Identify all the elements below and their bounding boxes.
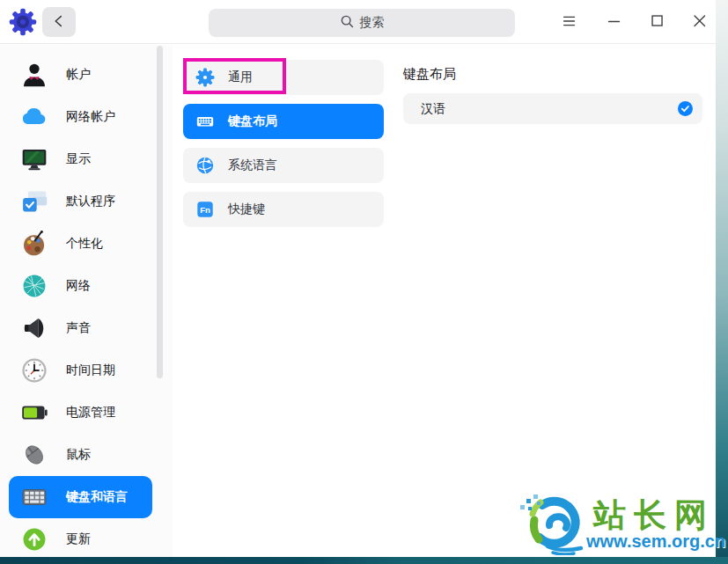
control-center-window: 搜索 帐户网络帐户显示默认程序个性化网络声音时间日期电源管理鼠标键盘和语言更新 … (0, 0, 716, 557)
sidebar-item[interactable]: 网络 (9, 265, 152, 307)
back-chevron-icon (50, 12, 68, 33)
section-nav-item[interactable]: 系统语言 (183, 148, 384, 183)
sidebar-item[interactable]: 鼠标 (9, 434, 152, 476)
fn-icon: Fn (195, 200, 215, 219)
sidebar-item-label: 鼠标 (66, 447, 91, 463)
sidebar-item[interactable]: 电源管理 (9, 392, 152, 434)
watermark-url: www.sem.org.cn (586, 531, 725, 552)
sidebar-item-label: 网络帐户 (66, 109, 115, 125)
maximize-icon (648, 11, 667, 33)
sidebar: 帐户网络帐户显示默认程序个性化网络声音时间日期电源管理鼠标键盘和语言更新 (0, 45, 173, 557)
minimize-icon (605, 11, 624, 33)
app-logo-gear-icon (9, 8, 37, 36)
detail-panel: 键盘布局 汉语 (403, 45, 702, 124)
hamburger-menu-icon (560, 11, 579, 33)
close-button[interactable] (686, 8, 714, 36)
back-button[interactable] (42, 7, 76, 37)
battery-icon (20, 399, 48, 427)
sidebar-item[interactable]: 键盘和语言 (9, 476, 152, 518)
search-input[interactable]: 搜索 (209, 9, 515, 37)
sidebar-item-label: 更新 (66, 531, 91, 547)
taskbar-strip (0, 557, 728, 564)
desktop-background: 搜索 帐户网络帐户显示默认程序个性化网络声音时间日期电源管理鼠标键盘和语言更新 … (0, 0, 728, 564)
sidebar-item[interactable]: 个性化 (9, 223, 152, 265)
menu-button[interactable] (555, 8, 584, 36)
section-nav-item[interactable]: Fn快捷键 (183, 192, 384, 227)
watermark-swirl-logo-icon (518, 490, 592, 555)
sidebar-item-label: 默认程序 (66, 194, 115, 209)
sidebar-item-label: 电源管理 (66, 405, 115, 421)
personalization-icon (20, 230, 48, 258)
sidebar-item[interactable]: 声音 (9, 307, 152, 349)
keyboard-icon (20, 483, 48, 511)
update-icon (20, 525, 48, 553)
close-icon (690, 11, 710, 33)
clock-icon (20, 356, 48, 385)
titlebar: 搜索 (0, 0, 716, 44)
sidebar-item-label: 显示 (66, 151, 91, 167)
section-nav-item[interactable]: 通用 (183, 60, 384, 95)
sidebar-item[interactable]: 网络帐户 (9, 96, 152, 138)
sidebar-item[interactable]: 显示 (9, 138, 152, 180)
section-nav-item-label: 快捷键 (228, 201, 265, 217)
network-globe-icon (20, 272, 48, 300)
section-nav-item-label: 系统语言 (228, 157, 277, 173)
sidebar-item-label: 键盘和语言 (66, 489, 128, 505)
watermark: 站长网 www.sem.org.cn (518, 490, 715, 555)
language-globe-icon (195, 156, 215, 175)
cloud-icon (20, 103, 48, 131)
gear-icon (195, 68, 215, 87)
maximize-button[interactable] (643, 8, 672, 36)
sidebar-item-label: 个性化 (66, 236, 103, 252)
sidebar-item-label: 声音 (66, 320, 91, 336)
display-icon (20, 145, 48, 173)
mouse-icon (20, 441, 48, 469)
sidebar-item-label: 时间日期 (66, 363, 115, 378)
check-icon (678, 101, 693, 116)
search-placeholder: 搜索 (360, 15, 385, 31)
user-icon (20, 61, 48, 89)
default-apps-icon (20, 187, 48, 216)
section-nav-item-label: 键盘布局 (228, 114, 277, 129)
search-icon (340, 14, 355, 33)
keyboard-layout-icon (195, 112, 215, 131)
section-nav-item-label: 通用 (228, 70, 253, 85)
sidebar-item[interactable]: 时间日期 (9, 349, 152, 392)
content-area: 通用键盘布局系统语言Fn快捷键 键盘布局 汉语 (173, 45, 716, 557)
sidebar-scrollbar[interactable] (157, 46, 163, 378)
sidebar-item[interactable]: 默认程序 (9, 180, 152, 223)
keyboard-layout-row[interactable]: 汉语 (403, 93, 702, 124)
speaker-icon (20, 314, 48, 342)
panel-title: 键盘布局 (403, 66, 702, 83)
sidebar-item[interactable]: 帐户 (9, 54, 152, 96)
svg-text:Fn: Fn (200, 205, 210, 215)
section-nav-panel: 通用键盘布局系统语言Fn快捷键 (183, 60, 385, 236)
sidebar-item-label: 帐户 (66, 67, 91, 83)
sidebar-item-label: 网络 (66, 278, 91, 294)
section-nav-item[interactable]: 键盘布局 (183, 104, 384, 139)
sidebar-item[interactable]: 更新 (9, 518, 152, 560)
minimize-button[interactable] (600, 8, 629, 36)
layout-row-label: 汉语 (421, 101, 678, 117)
